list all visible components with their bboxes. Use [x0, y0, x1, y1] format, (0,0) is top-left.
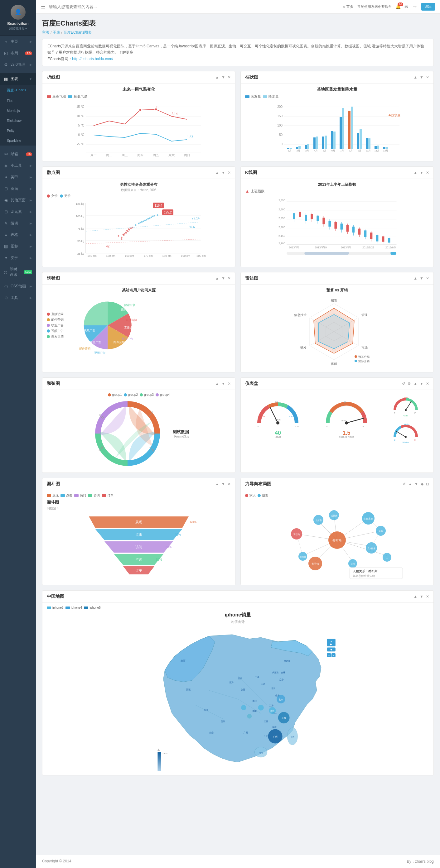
sidebar-item-mailbox[interactable]: ✉邮箱 16	[0, 148, 36, 160]
sidebar-item-css[interactable]: ◌CSS动画 ▶	[0, 280, 36, 292]
gauge-down[interactable]: ▼	[420, 381, 423, 386]
bar-chart-close[interactable]: ✕	[426, 75, 429, 80]
sidebar-item-flot[interactable]: Flot	[0, 96, 36, 106]
map-chart-close[interactable]: ✕	[426, 594, 429, 599]
funnel-chart-close[interactable]: ✕	[228, 482, 231, 486]
sidebar-item-rickshaw[interactable]: Rickshaw	[0, 116, 36, 126]
sidebar-item-peity[interactable]: Peity	[0, 126, 36, 135]
gauge-up[interactable]: ▲	[413, 381, 417, 386]
scatter-chart-up[interactable]: ▲	[215, 170, 219, 175]
chord-chart-up[interactable]: ▲	[215, 381, 219, 386]
radar-chart-close[interactable]: ✕	[426, 276, 429, 280]
radar-chart-up[interactable]: ▲	[413, 276, 417, 280]
sidebar-item-echarts[interactable]: 百度ECharts	[0, 85, 36, 96]
bell-icon[interactable]: 🔔16	[395, 4, 401, 9]
svg-text:1.5: 1.5	[343, 430, 350, 436]
bar-chart-up[interactable]: ▲	[413, 75, 417, 80]
svg-text:10 °C: 10 °C	[77, 114, 84, 118]
scatter-chart-svg: 25 kg 50 kg 75 kg 100 kg 125 kg 140 cm 1…	[47, 200, 231, 262]
pie-chart-header: 饼状图 ▲ ▼ ✕	[42, 272, 235, 284]
home-link[interactable]: ⌂ 首页	[343, 4, 354, 9]
line-chart-down[interactable]: ▼	[222, 75, 225, 80]
svg-rect-52	[340, 117, 342, 149]
map-chart-down[interactable]: ▼	[420, 594, 423, 599]
force-icon1[interactable]: ◆	[421, 482, 423, 486]
bar-chart-down[interactable]: ▼	[420, 75, 423, 80]
svg-text:达尔: 达尔	[351, 563, 355, 565]
svg-text:×1000 r/min: ×1000 r/min	[339, 435, 354, 438]
sidebar-item-tools[interactable]: ⊕工具 ▶	[0, 292, 36, 304]
svg-text:客服: 客服	[331, 362, 337, 366]
svg-text:C: C	[394, 439, 395, 441]
gauge-settings[interactable]: ⚙	[408, 381, 411, 386]
sidebar-item-other[interactable]: ◉其他页面 ▶	[0, 194, 36, 206]
sidebar-item-v2[interactable]: ⚙v2.0管理 ▶	[0, 59, 36, 70]
pie-chart-down[interactable]: ▼	[222, 276, 225, 280]
sidebar-item-home[interactable]: ⌂主页 ▶	[0, 36, 36, 48]
k-chart-down[interactable]: ▼	[420, 170, 423, 175]
svg-text:诺顿姆: 诺顿姆	[331, 515, 338, 517]
force-refresh[interactable]: ↺	[403, 482, 406, 486]
pie-legend-search: 搜索引擎	[47, 334, 72, 339]
svg-rect-146	[305, 215, 307, 221]
sidebar-item-widget[interactable]: ◈小工具 ▶	[0, 160, 36, 172]
svg-text:广西: 广西	[243, 732, 248, 734]
svg-text:管理: 管理	[361, 313, 368, 317]
k-chart-up[interactable]: ▲	[413, 170, 417, 175]
logout-button[interactable]: 退出	[421, 3, 435, 10]
svg-point-232	[405, 409, 407, 411]
sidebar-item-sparkline[interactable]: Sparkline	[0, 135, 36, 146]
line-chart-close[interactable]: ✕	[228, 75, 231, 80]
pie-chart-close[interactable]: ✕	[228, 276, 231, 280]
chord-chart-close[interactable]: ✕	[228, 381, 231, 386]
pie-chart-svg: 搜索引擎 直接访问 邮件营销 联盟广告 视频广告 搜索引擎 直接访问 联盟广告 …	[75, 294, 143, 356]
chord-chart-card: 和弦图 ▲ ▼ ✕ group1 group2 group3 group4	[42, 377, 235, 473]
sidebar-item-layout[interactable]: ◱布局 2.0	[0, 48, 36, 59]
svg-point-214	[276, 422, 280, 425]
sidebar-item-page[interactable]: ⊡页面 ▶	[0, 183, 36, 194]
force-up[interactable]: ▲	[408, 482, 412, 486]
sidebar-item-beauty2[interactable]: ✦变乎 ▶	[0, 252, 36, 264]
line-chart-title: 折线图	[47, 74, 60, 80]
pie-chart-up[interactable]: ▲	[215, 276, 219, 280]
sidebar-item-morrisjs[interactable]: Morris.js	[0, 106, 36, 116]
sidebar-item-editor[interactable]: ✎编辑 ▶	[0, 218, 36, 229]
svg-rect-50	[333, 131, 335, 149]
sidebar-role[interactable]: 超级管理员 ▾	[9, 27, 27, 31]
funnel-chart-card: 漏斗图 ▲ ▼ ✕ 展现 点击 访问 咨询 订单 漏斗图	[42, 478, 235, 585]
echarts-link[interactable]: http://echarts.baidu.com/	[72, 57, 113, 61]
svg-text:视频广告: 视频广告	[84, 329, 95, 332]
funnel-chart-down[interactable]: ▼	[222, 482, 225, 486]
svg-text:▼: ▼	[330, 648, 332, 651]
svg-rect-64	[375, 146, 377, 149]
sidebar-item-table[interactable]: ≡表格 ▶	[0, 229, 36, 241]
svg-rect-168	[370, 232, 373, 239]
k-chart-close[interactable]: ✕	[426, 170, 429, 175]
sidebar-item-ui[interactable]: ⊞UI元素 ▶	[0, 206, 36, 218]
desc-url: ECharts官网：http://echarts.baidu.com/	[48, 56, 429, 62]
line-chart-up[interactable]: ▲	[215, 75, 219, 80]
chord-chart-down[interactable]: ▼	[222, 381, 225, 386]
force-down[interactable]: ▼	[414, 482, 418, 486]
svg-text:北京: 北京	[279, 698, 283, 701]
svg-text:蒂姆库克: 蒂姆库克	[363, 517, 373, 520]
svg-rect-150	[317, 216, 319, 221]
menu-toggle-button[interactable]: ☰	[41, 4, 45, 10]
message-icon[interactable]: ✉	[405, 4, 408, 9]
sidebar-item-realtime[interactable]: ◎ 即时通讯 New	[0, 264, 36, 280]
sidebar-item-beauty[interactable]: ✦美甲 ▶	[0, 172, 36, 183]
sidebar-item-icon[interactable]: ▤图标 ▶	[0, 241, 36, 252]
svg-line-223	[347, 418, 363, 423]
scatter-chart-down[interactable]: ▼	[222, 170, 225, 175]
scatter-chart-close[interactable]: ✕	[228, 170, 231, 175]
funnel-chart-up[interactable]: ▲	[215, 482, 219, 486]
search-input[interactable]	[49, 4, 339, 9]
radar-chart-down[interactable]: ▼	[420, 276, 423, 280]
svg-text:咨询: 咨询	[135, 558, 142, 561]
force-icon2[interactable]: ⊟	[426, 482, 429, 486]
map-chart-up[interactable]: ▲	[413, 594, 417, 599]
gauge-close[interactable]: ✕	[426, 381, 429, 386]
svg-point-110	[140, 222, 141, 223]
gauge-refresh[interactable]: ↺	[402, 381, 405, 386]
sidebar-item-charts[interactable]: ▦图表 ▼	[0, 73, 36, 85]
